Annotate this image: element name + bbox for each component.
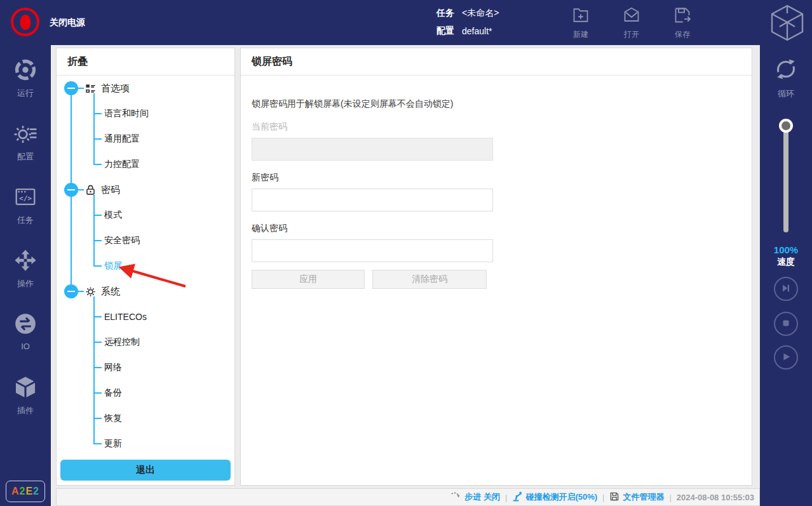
gear-icon: [85, 286, 97, 298]
tree-item-language-time[interactable]: 语言和时间: [93, 101, 234, 126]
power-logo-icon[interactable]: [11, 8, 39, 36]
tree-item-update[interactable]: 更新: [93, 431, 234, 456]
a2e2-badge[interactable]: A2E2: [6, 481, 45, 502]
speed-label: 速度: [760, 256, 812, 268]
nav-item-run[interactable]: 运行: [0, 58, 51, 106]
nav-item-config[interactable]: 配置: [0, 121, 51, 170]
new-button-label: 新建: [573, 29, 588, 40]
top-bar: 关闭电源 任务 <未命名> 配置 default* 新建: [0, 0, 812, 45]
nav-label-run: 运行: [17, 88, 34, 99]
collision-detection-label: 碰撞检测开启(50%): [525, 491, 597, 503]
tree-item-mode[interactable]: 模式: [93, 203, 234, 228]
nav-item-jog[interactable]: 操作: [0, 248, 51, 296]
settings-tree-panel: 折叠 首选项 语言和时间 通用配置 力控配置: [56, 48, 235, 486]
status-timestamp: 2024-08-08 10:55:03: [677, 493, 754, 502]
status-separator: |: [505, 493, 507, 502]
robot-arm-icon: [512, 491, 522, 503]
step-forward-button[interactable]: [774, 277, 798, 301]
task-label: 任务: [436, 8, 454, 19]
speed-slider-knob[interactable]: [779, 119, 793, 133]
tree-connector: [78, 291, 84, 292]
step-mode-label: 步进 关闭: [464, 491, 500, 503]
collapse-minus-icon[interactable]: [64, 284, 78, 298]
nav-label-config: 配置: [17, 151, 34, 163]
config-gear-icon: [13, 121, 37, 148]
collision-detection-status[interactable]: 碰撞检测开启(50%): [512, 491, 597, 503]
lock-icon: [85, 184, 97, 196]
tree-item-general-config[interactable]: 通用配置: [93, 126, 234, 152]
svg-text:</>: </>: [19, 194, 32, 203]
badge-letter: E: [25, 486, 33, 497]
collapse-minus-icon[interactable]: [64, 183, 78, 197]
right-control-bar: 循环 100% 速度: [760, 45, 812, 506]
new-password-input[interactable]: [252, 189, 493, 211]
elite-cube-logo-icon: [770, 4, 804, 42]
open-button[interactable]: 打开: [612, 6, 651, 40]
tree-item-elitecos[interactable]: ELITECOs: [93, 304, 234, 330]
task-value: <未命名>: [462, 8, 499, 19]
badge-letter: 2: [20, 486, 26, 497]
tree-item-lock-screen[interactable]: 锁屏: [93, 253, 234, 279]
tree-item-remote-control[interactable]: 远程控制: [93, 330, 234, 355]
badge-letter: 2: [33, 486, 39, 497]
nav-item-plugin[interactable]: 插件: [0, 375, 51, 423]
speed-slider-track[interactable]: [783, 126, 788, 232]
nav-label-jog: 操作: [17, 278, 34, 290]
confirm-password-input[interactable]: [252, 239, 493, 262]
tree-item-safety-password[interactable]: 安全密码: [93, 228, 234, 253]
stop-icon: [780, 317, 792, 331]
tree-node-system[interactable]: 系统: [64, 279, 234, 304]
collapse-minus-icon[interactable]: [64, 81, 78, 95]
speed-value: 100%: [760, 244, 812, 255]
new-button[interactable]: 新建: [562, 6, 600, 40]
file-manager-button[interactable]: 文件管理器: [609, 491, 664, 503]
jog-arrows-icon: [13, 248, 37, 275]
app-screen: 关闭电源 任务 <未命名> 配置 default* 新建: [0, 0, 812, 506]
step-mode-status[interactable]: 步进 关闭: [450, 491, 500, 503]
collapse-header[interactable]: 折叠: [57, 48, 234, 76]
tree-item-backup[interactable]: 备份: [93, 380, 234, 406]
page-title: 锁屏密码: [241, 48, 752, 76]
speed-readout: 100% 速度: [760, 244, 812, 268]
new-password-label: 新密码: [252, 172, 741, 183]
save-button[interactable]: 保存: [663, 6, 701, 40]
step-arrow-icon: [450, 491, 461, 503]
tree-item-restore[interactable]: 恢复: [93, 406, 234, 431]
preferences-icon: [85, 83, 97, 95]
apply-button[interactable]: 应用: [252, 270, 365, 289]
clear-password-button[interactable]: 清除密码: [372, 270, 487, 289]
io-swap-icon: [13, 312, 37, 338]
exit-button[interactable]: 退出: [60, 460, 231, 481]
loop-button[interactable]: 循环: [760, 55, 812, 100]
lock-screen-password-panel: 锁屏密码 锁屏密码用于解锁屏幕(未设定则屏幕不会自动锁定) 当前密码 新密码 确…: [240, 48, 752, 486]
tree-node-label: 密码: [101, 184, 120, 196]
play-icon: [780, 351, 792, 364]
play-button[interactable]: [774, 345, 798, 370]
open-file-icon: [622, 6, 641, 27]
confirm-password-label: 确认密码: [252, 223, 741, 234]
settings-tree: 首选项 语言和时间 通用配置 力控配置 密码: [57, 76, 234, 456]
tree-item-force-config[interactable]: 力控配置: [93, 152, 234, 177]
floppy-icon: [609, 491, 619, 503]
stop-button[interactable]: [774, 312, 798, 336]
run-icon: [13, 58, 37, 84]
loop-icon: [772, 55, 800, 86]
loop-label: 循环: [778, 88, 794, 100]
tree-node-password[interactable]: 密码: [64, 177, 234, 203]
status-separator: |: [602, 493, 604, 502]
tree-children-password: 模式 安全密码 锁屏: [93, 203, 234, 279]
tree-item-network[interactable]: 网络: [93, 355, 234, 380]
save-icon: [673, 6, 692, 27]
config-value: default*: [462, 26, 492, 36]
tree-connector: [78, 88, 84, 89]
file-manager-label: 文件管理器: [623, 491, 664, 503]
open-button-label: 打开: [624, 29, 639, 40]
current-password-input[interactable]: [252, 138, 493, 161]
task-code-icon: </>: [13, 185, 37, 211]
nav-item-io[interactable]: IO: [0, 312, 51, 360]
tree-children-preferences: 语言和时间 通用配置 力控配置: [93, 101, 234, 177]
tree-node-preferences[interactable]: 首选项: [64, 76, 234, 101]
nav-item-task[interactable]: </> 任务: [0, 185, 51, 233]
step-forward-icon: [780, 283, 792, 296]
power-off-button[interactable]: 关闭电源: [50, 0, 85, 45]
